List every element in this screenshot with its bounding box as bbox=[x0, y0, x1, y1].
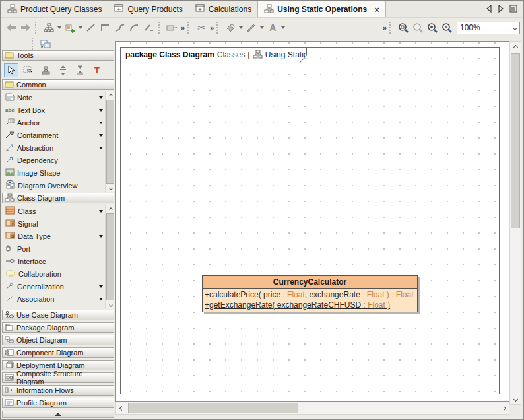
palette-item-data-type[interactable]: D Data Type bbox=[2, 230, 115, 242]
tab-list-icon[interactable] bbox=[509, 5, 517, 14]
class-element-currencycalculator[interactable]: CurrencyCalculator +calculatePrice( pric… bbox=[202, 275, 418, 312]
chevron-down-icon[interactable] bbox=[99, 96, 103, 99]
palette-section-class-diagram[interactable]: Class Diagram bbox=[2, 193, 114, 203]
palette-item-interface[interactable]: Interface bbox=[2, 255, 115, 267]
back-icon[interactable] bbox=[4, 20, 18, 35]
text-tool[interactable]: T bbox=[90, 63, 104, 77]
increase-vertical-space-tool[interactable] bbox=[55, 63, 70, 77]
marquee-selection-tool[interactable] bbox=[21, 63, 36, 77]
scroll-down-icon[interactable] bbox=[106, 184, 115, 192]
scrollbar-thumb[interactable] bbox=[128, 403, 298, 413]
palette-section-composite-structure-diagram[interactable]: Composite Structure Diagram bbox=[2, 372, 114, 383]
palette-section-profile-diagram[interactable]: Profile Diagram bbox=[2, 398, 114, 408]
close-tab-icon[interactable]: × bbox=[374, 5, 379, 15]
chevron-down-icon[interactable] bbox=[99, 109, 103, 112]
related-elements-icon[interactable] bbox=[38, 36, 53, 51]
cut-overflow-icon[interactable]: » bbox=[210, 24, 213, 32]
selection-tool[interactable] bbox=[4, 63, 18, 77]
palette-item-signal[interactable]: s Signal bbox=[2, 217, 115, 230]
bezier-line-style-icon[interactable] bbox=[127, 20, 142, 35]
tab-product-query-classes[interactable]: Product Query Classes bbox=[1, 1, 108, 17]
zoom-fit-icon[interactable] bbox=[410, 20, 425, 35]
scroll-right-icon[interactable] bbox=[498, 402, 509, 414]
line-color-icon[interactable] bbox=[244, 20, 259, 35]
sticky-stamp-tool[interactable] bbox=[38, 63, 53, 77]
tab-using-static-operations[interactable]: Using Static Operations × bbox=[257, 1, 386, 17]
forward-icon[interactable] bbox=[18, 20, 33, 35]
canvas-horizontal-scrollbar[interactable] bbox=[115, 402, 509, 415]
scroll-up-icon[interactable] bbox=[106, 205, 115, 213]
scroll-up-icon[interactable] bbox=[510, 42, 521, 52]
canvas-vertical-scrollbar[interactable] bbox=[509, 41, 521, 405]
fill-color-icon[interactable] bbox=[223, 20, 238, 35]
palette-section-package-diagram[interactable]: Package Diagram bbox=[2, 322, 114, 333]
add-new-element-icon[interactable] bbox=[63, 20, 77, 35]
containment-layout-dropdown-icon[interactable] bbox=[57, 26, 61, 29]
chevron-down-icon[interactable] bbox=[99, 298, 103, 300]
insert-shape-overflow-icon[interactable]: » bbox=[181, 24, 184, 32]
palette-section-use-case-diagram[interactable]: Use Case Diagram bbox=[2, 310, 114, 320]
palette-section-information-flows[interactable]: Information Flows bbox=[2, 385, 114, 396]
straight-line-style-icon[interactable] bbox=[84, 20, 98, 35]
common-list-scrollbar[interactable] bbox=[105, 91, 115, 192]
toolbar-grip[interactable] bbox=[187, 22, 192, 34]
containment-layout-icon[interactable] bbox=[42, 20, 56, 35]
scrollbar-thumb[interactable] bbox=[106, 100, 114, 184]
palette-item-class[interactable]: Class bbox=[2, 205, 115, 217]
decrease-vertical-space-tool[interactable] bbox=[73, 63, 87, 77]
tab-query-products[interactable]: Query Products bbox=[108, 1, 188, 17]
chevron-down-icon[interactable] bbox=[99, 147, 103, 149]
palette-section-object-diagram[interactable]: Object Diagram bbox=[2, 335, 114, 345]
palette-item-image-shape[interactable]: Image Shape bbox=[2, 166, 115, 179]
palette-section-component-diagram[interactable]: Component Diagram bbox=[2, 347, 114, 358]
zoom-level-select[interactable]: 100% bbox=[457, 22, 520, 34]
chevron-down-icon[interactable] bbox=[99, 285, 103, 288]
scroll-down-icon[interactable] bbox=[510, 394, 521, 404]
add-new-element-dropdown-icon[interactable] bbox=[79, 26, 82, 29]
rectilinear-line-style-icon[interactable] bbox=[98, 20, 113, 35]
toolbar-grip[interactable] bbox=[216, 22, 221, 34]
operation-getexchangerate[interactable]: +getExchangeRate( exchangeRateCHFUSD : F… bbox=[205, 300, 415, 310]
operation-calculateprice[interactable]: +calculatePrice( price : Float, exchange… bbox=[205, 289, 415, 300]
insert-shape-icon[interactable] bbox=[165, 20, 180, 35]
palette-item-generalization[interactable]: Generalization bbox=[2, 280, 115, 293]
font-color-dropdown-icon[interactable] bbox=[281, 26, 285, 29]
palette-item-dependency[interactable]: Dependency bbox=[2, 154, 115, 166]
spline-line-style-icon[interactable] bbox=[142, 20, 156, 35]
palette-item-abstraction[interactable]: A Abstraction bbox=[2, 141, 115, 154]
oblique-line-style-icon[interactable] bbox=[113, 20, 127, 35]
fill-color-dropdown-icon[interactable] bbox=[239, 26, 243, 29]
palette-section-deployment-diagram[interactable]: Deployment Diagram bbox=[2, 360, 114, 370]
toolbar-grip[interactable] bbox=[35, 22, 40, 34]
palette-item-port[interactable]: Port bbox=[2, 242, 115, 255]
scroll-left-icon[interactable] bbox=[116, 402, 127, 414]
zoom-region-icon[interactable] bbox=[396, 20, 410, 35]
cut-icon[interactable]: ✂ bbox=[194, 20, 209, 35]
tab-calculations[interactable]: Calculations bbox=[189, 1, 257, 17]
toolbar-grip[interactable] bbox=[32, 38, 36, 50]
class-diagram-list-scrollbar[interactable] bbox=[105, 205, 115, 309]
chevron-down-icon[interactable] bbox=[99, 210, 103, 213]
line-color-dropdown-icon[interactable] bbox=[260, 26, 264, 29]
scroll-tabs-left-icon[interactable] bbox=[486, 5, 492, 14]
font-color-icon[interactable]: A bbox=[265, 20, 280, 35]
palette-item-diagram-overview[interactable]: Diagram Overview bbox=[2, 179, 115, 192]
palette-item-association[interactable]: Association bbox=[2, 293, 115, 305]
palette-item-text-box[interactable]: abc Text Box bbox=[2, 104, 115, 116]
palette-section-common[interactable]: Common bbox=[2, 79, 114, 90]
palette-section-tools[interactable]: Tools bbox=[2, 50, 114, 61]
zoom-out-icon[interactable] bbox=[440, 20, 454, 35]
palette-item-containment[interactable]: Containment bbox=[2, 129, 115, 141]
chevron-down-icon[interactable] bbox=[99, 134, 103, 137]
chevron-down-icon[interactable] bbox=[99, 235, 103, 238]
zoom-in-icon[interactable] bbox=[425, 20, 440, 35]
chevron-down-icon[interactable] bbox=[99, 122, 103, 124]
class-operations-compartment[interactable]: +calculatePrice( price : Float, exchange… bbox=[203, 289, 417, 312]
toolbar-grip[interactable] bbox=[158, 22, 163, 34]
palette-item-note[interactable]: Note bbox=[2, 91, 115, 104]
palette-item-collaboration[interactable]: Collaboration bbox=[2, 267, 115, 280]
toolbar-overflow-icon[interactable]: » bbox=[383, 24, 386, 32]
palette-item-anchor[interactable]: Anchor bbox=[2, 116, 115, 129]
scrollbar-thumb[interactable] bbox=[106, 213, 114, 300]
scroll-up-icon[interactable] bbox=[106, 91, 115, 100]
